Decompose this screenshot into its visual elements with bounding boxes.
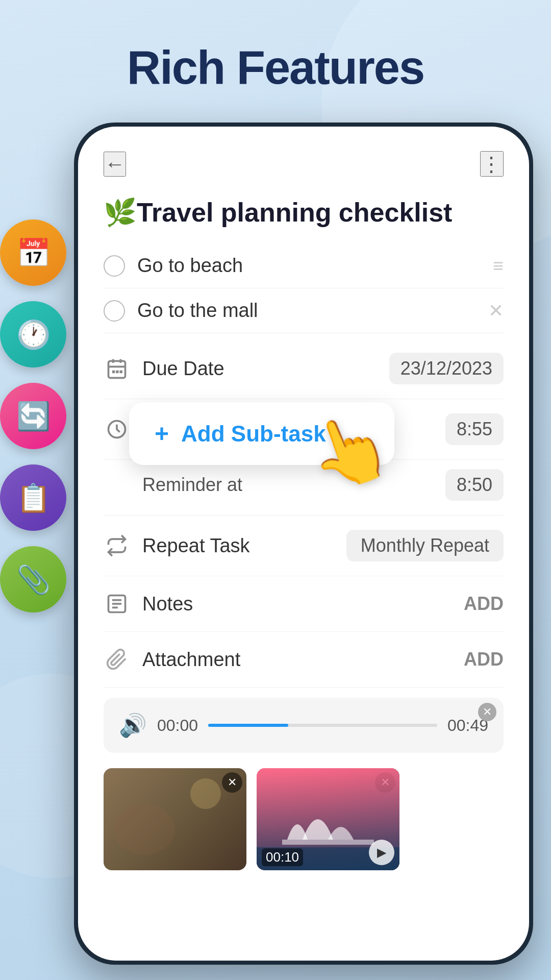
attachment-feature-icon[interactable]: 📎: [0, 546, 66, 612]
attachment-row[interactable]: Attachment ADD: [104, 632, 504, 688]
task-checkbox-2[interactable]: [104, 300, 125, 322]
side-icons-container: 📅 🕐 🔄 📋 📎: [0, 219, 66, 612]
repeat-icon: 🔄: [16, 400, 51, 432]
svg-point-13: [114, 804, 175, 855]
clock-icon: 🕐: [16, 318, 51, 351]
back-button[interactable]: ←: [104, 152, 126, 177]
paperclip-icon: 📎: [16, 564, 51, 596]
phone-screen: ← ⋮ 🌿Travel planning checklist Go to bea…: [78, 127, 529, 961]
clock-row-icon: [104, 416, 130, 443]
repeat-row-icon: [104, 532, 130, 559]
clock-feature-icon[interactable]: 🕐: [0, 301, 66, 368]
audio-progress-bar[interactable]: [208, 724, 437, 727]
repeat-task-row-left: Repeat Task: [104, 532, 250, 559]
notes-doc-icon: 📋: [16, 482, 51, 514]
repeat-feature-icon[interactable]: 🔄: [0, 383, 66, 449]
app-header: ← ⋮: [78, 127, 529, 187]
svg-rect-6: [120, 371, 123, 374]
audio-player: ✕ 🔊 00:00 00:49: [104, 698, 504, 753]
task-title: 🌿Travel planning checklist: [78, 187, 529, 243]
notes-feature-icon[interactable]: 📋: [0, 464, 66, 531]
task-item: Go to beach ≡: [104, 243, 504, 288]
svg-rect-4: [112, 371, 115, 374]
task-text-2: Go to the mall: [137, 300, 258, 322]
phone-mockup: ← ⋮ 🌿Travel planning checklist Go to bea…: [74, 122, 533, 965]
reminder-at-row[interactable]: Reminder at 8:50: [104, 460, 504, 516]
audio-progress-fill: [208, 724, 288, 727]
reminder-at-label: Reminder at: [142, 474, 242, 496]
more-options-button[interactable]: ⋮: [480, 151, 504, 177]
time-reminder-value: 8:55: [445, 413, 504, 445]
attachment-add-button[interactable]: ADD: [464, 649, 504, 670]
calendar-icon: 📅: [16, 237, 51, 269]
svg-rect-0: [109, 361, 126, 378]
repeat-task-label: Repeat Task: [142, 535, 250, 557]
page-title: Rich Features: [31, 41, 520, 94]
task-item-2: Go to the mall ✕: [104, 288, 504, 333]
notes-row[interactable]: Notes ADD: [104, 576, 504, 632]
remove-task-icon[interactable]: ✕: [488, 300, 504, 322]
drag-icon-1: ≡: [493, 255, 504, 277]
monthly-repeat-badge: Monthly Repeat: [346, 530, 504, 561]
notes-row-icon: [104, 591, 130, 617]
notes-row-left: Notes: [104, 591, 193, 617]
calendar-row-icon: [104, 355, 130, 382]
audio-start-time: 00:00: [157, 716, 198, 735]
attachment-row-left: Attachment: [104, 646, 240, 673]
reminder-at-value: 8:50: [445, 469, 504, 501]
svg-point-12: [190, 778, 221, 809]
due-date-row[interactable]: Due Date 23/12/2023: [104, 338, 504, 399]
video-play-button[interactable]: ▶: [369, 840, 394, 865]
media-row: ✕ ✕: [78, 763, 529, 875]
task-checkbox-1[interactable]: [104, 255, 125, 277]
attachment-row-icon: [104, 646, 130, 673]
svg-rect-5: [116, 371, 119, 374]
audio-close-button[interactable]: ✕: [478, 703, 496, 721]
video-duration: 00:10: [262, 848, 303, 866]
due-date-row-left: Due Date: [104, 355, 224, 382]
calendar-feature-icon[interactable]: 📅: [0, 219, 66, 286]
attachment-label: Attachment: [142, 649, 240, 671]
due-date-value: 23/12/2023: [389, 353, 504, 384]
photo-thumbnail[interactable]: ✕: [104, 768, 246, 870]
detail-section: Due Date 23/12/2023 Time & Reminder 8:55: [78, 338, 529, 688]
task-item-left: Go to beach: [104, 255, 243, 277]
svg-rect-15: [282, 840, 374, 845]
task-list: Go to beach ≡ Go to the mall ✕: [78, 243, 529, 333]
notes-add-button[interactable]: ADD: [464, 593, 504, 615]
notes-label: Notes: [142, 593, 193, 615]
plus-icon: +: [155, 420, 169, 448]
repeat-task-row[interactable]: Repeat Task Monthly Repeat: [104, 516, 504, 576]
video-thumbnail[interactable]: ✕: [257, 768, 399, 870]
due-date-label: Due Date: [142, 358, 224, 380]
task-text-1: Go to beach: [137, 255, 243, 277]
audio-wave-icon: 🔊: [119, 712, 147, 739]
task-item-2-left: Go to the mall: [104, 300, 258, 322]
